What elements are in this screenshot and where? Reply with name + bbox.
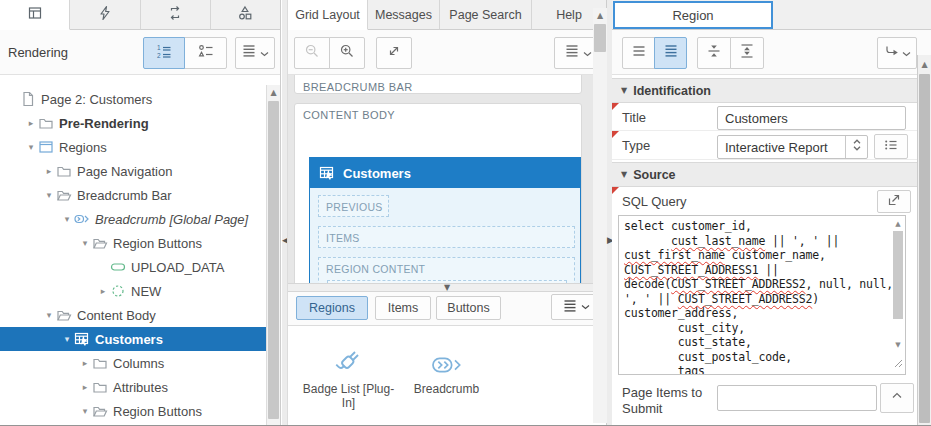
property-editor-panel: Region ▼ Identification Title Type bbox=[612, 0, 931, 425]
gallery-splitter[interactable]: ▼ bbox=[288, 283, 606, 292]
svg-text:2: 2 bbox=[157, 52, 161, 59]
group-source[interactable]: ▼ Source bbox=[612, 162, 917, 187]
tab-dynamic-actions[interactable] bbox=[70, 0, 140, 30]
region-icon bbox=[38, 139, 58, 155]
tree-item-breadcrumb-bar[interactable]: ▾Breadcrumb Bar bbox=[0, 183, 266, 207]
tree-item-region-buttons[interactable]: ▾Region Buttons bbox=[0, 399, 266, 423]
tree-item-attributes[interactable]: ▸Attributes bbox=[0, 375, 266, 399]
resize-handle-icon[interactable] bbox=[893, 354, 903, 372]
show-all-button[interactable] bbox=[654, 37, 687, 69]
gallery-tab-items[interactable]: Items bbox=[375, 296, 431, 320]
right-scrollbar[interactable]: ▲ bbox=[917, 55, 931, 425]
zoom-out-icon bbox=[304, 43, 320, 63]
tree-item-regions[interactable]: ▾Regions bbox=[0, 135, 266, 159]
sql-line: CUST_STREET_ADDRESS1 || bbox=[624, 263, 889, 278]
scroll-up-icon[interactable]: ▲ bbox=[267, 88, 280, 97]
disclosure-closed-icon[interactable]: ▸ bbox=[78, 382, 92, 392]
modal-list-icon bbox=[883, 137, 899, 157]
customers-region-box[interactable]: Customers PREVIOUS ITEMS REGION CONTENT … bbox=[309, 157, 581, 283]
tree-item-pre-rendering[interactable]: ▸Pre-Rendering bbox=[0, 111, 266, 135]
tab-processing[interactable] bbox=[141, 0, 211, 30]
gallery-tab-regions[interactable]: Regions bbox=[296, 296, 368, 320]
expand-all-groups-button[interactable] bbox=[730, 37, 764, 69]
region-title: Customers bbox=[343, 166, 411, 181]
tab-grid-layout[interactable]: Grid Layout bbox=[288, 0, 368, 30]
zoom-in-button[interactable] bbox=[329, 37, 365, 69]
folder-open-icon bbox=[92, 403, 112, 419]
textarea-scrollbar[interactable]: ▲ ▼ bbox=[892, 217, 904, 355]
tab-messages[interactable]: Messages bbox=[368, 0, 440, 30]
slot-items[interactable]: ITEMS bbox=[318, 226, 575, 248]
slot-previous[interactable]: PREVIOUS bbox=[318, 195, 389, 217]
disclosure-closed-icon[interactable]: ▸ bbox=[42, 166, 56, 176]
disclosure-open-icon[interactable]: ▾ bbox=[42, 190, 56, 200]
order-by-processing-button[interactable]: 12 bbox=[143, 37, 185, 69]
gallery-tab-buttons[interactable]: Buttons bbox=[436, 296, 501, 320]
breadcrumb-bar-region[interactable]: BREADCRUMB BAR bbox=[294, 75, 582, 94]
page-items-to-submit-input[interactable] bbox=[717, 385, 877, 411]
component-gallery: Badge List [Plug-In]Breadcrumb bbox=[288, 326, 606, 425]
gallery-tab-label: Regions bbox=[309, 301, 355, 315]
scrollbar-thumb[interactable] bbox=[919, 74, 930, 423]
title-input[interactable] bbox=[717, 106, 906, 130]
disclosure-open-icon[interactable]: ▾ bbox=[42, 310, 56, 320]
left-scrollbar[interactable]: ▲ bbox=[266, 85, 280, 425]
tab-shared-components[interactable] bbox=[211, 0, 280, 30]
expand-all-button[interactable] bbox=[376, 37, 412, 69]
type-select[interactable]: Interactive Report bbox=[717, 135, 868, 159]
customers-region-header[interactable]: Customers bbox=[310, 158, 580, 188]
tree-item-upload-data[interactable]: UPLOAD_DATA bbox=[0, 255, 266, 279]
disclosure-closed-icon[interactable]: ▸ bbox=[24, 118, 38, 128]
order-by-type-button[interactable] bbox=[184, 37, 227, 69]
disclosure-open-icon[interactable]: ▾ bbox=[60, 214, 74, 224]
type-list-button[interactable] bbox=[874, 134, 908, 159]
go-to-menu-button[interactable] bbox=[877, 37, 917, 69]
slot-region-content[interactable]: REGION CONTENT RIGHT OF INTERACTIVE REPO… bbox=[318, 257, 575, 283]
disclosure-open-icon[interactable]: ▾ bbox=[78, 406, 92, 416]
sql-query-textarea[interactable]: select customer_id, cust_last_name || ',… bbox=[618, 215, 906, 375]
tree-item-page-2-customers[interactable]: Page 2: Customers bbox=[0, 87, 266, 111]
disclosure-open-icon[interactable]: ▾ bbox=[78, 238, 92, 248]
tree-item-content-body[interactable]: ▾Content Body bbox=[0, 303, 266, 327]
disclosure-open-icon[interactable]: ▾ bbox=[60, 334, 74, 344]
gallery-scrollbar[interactable]: ▲ bbox=[593, 8, 607, 423]
disclosure-closed-icon[interactable]: ▸ bbox=[96, 286, 110, 296]
tree-menu-button[interactable] bbox=[235, 37, 275, 69]
property-label: Title bbox=[622, 110, 646, 125]
scroll-up-icon[interactable]: ▲ bbox=[892, 220, 904, 228]
tab-rendering[interactable] bbox=[0, 0, 70, 30]
zoom-out-button[interactable] bbox=[294, 37, 330, 69]
disclosure-closed-icon[interactable]: ▸ bbox=[78, 358, 92, 368]
scrollbar-thumb[interactable] bbox=[594, 24, 606, 52]
tree-item-page-navigation[interactable]: ▸Page Navigation bbox=[0, 159, 266, 183]
scroll-up-icon[interactable]: ▲ bbox=[593, 11, 607, 20]
report-icon bbox=[74, 331, 94, 347]
collapse-field-button[interactable] bbox=[880, 383, 914, 413]
tree-item-breadcrumb-global-page[interactable]: ▾Breadcrumb [Global Page] bbox=[0, 207, 266, 231]
gallery-item-breadcrumb[interactable]: Breadcrumb bbox=[398, 338, 495, 396]
tree-item-columns[interactable]: ▸Columns bbox=[0, 351, 266, 375]
scrollbar-thumb[interactable] bbox=[893, 231, 903, 319]
open-code-editor-button[interactable] bbox=[877, 190, 911, 213]
tree-item-label: NEW bbox=[130, 284, 161, 299]
spinner-icon[interactable] bbox=[845, 136, 867, 158]
breadcrumb-sm-icon bbox=[74, 211, 94, 227]
scrollbar-thumb[interactable] bbox=[268, 101, 279, 419]
scroll-down-icon[interactable]: ▼ bbox=[892, 341, 904, 349]
disclosure-open-icon[interactable]: ▾ bbox=[24, 142, 38, 152]
content-body-region[interactable]: CONTENT BODY Customers PREVIOUS ITEMS RE… bbox=[294, 103, 582, 283]
dynamic-actions-icon bbox=[97, 5, 113, 24]
sql-line: tags bbox=[624, 364, 889, 375]
tab-region[interactable]: Region bbox=[613, 1, 773, 29]
sql-line: decode(CUST_STREET_ADDRESS2, null, null, bbox=[624, 277, 889, 292]
gallery-item-badge-list-plug-in[interactable]: Badge List [Plug-In] bbox=[300, 338, 397, 410]
group-identification[interactable]: ▼ Identification bbox=[612, 78, 917, 103]
tree-item-new[interactable]: ▸NEW bbox=[0, 279, 266, 303]
scroll-up-icon[interactable]: ▲ bbox=[918, 60, 931, 69]
tree-item-customers[interactable]: ▾Customers bbox=[0, 327, 266, 351]
collapse-group-icon: ▼ bbox=[621, 170, 627, 179]
tree-item-region-buttons[interactable]: ▾Region Buttons bbox=[0, 231, 266, 255]
collapse-all-button[interactable] bbox=[697, 37, 731, 69]
show-common-button[interactable] bbox=[622, 37, 655, 69]
tab-page-search[interactable]: Page Search bbox=[440, 0, 532, 30]
